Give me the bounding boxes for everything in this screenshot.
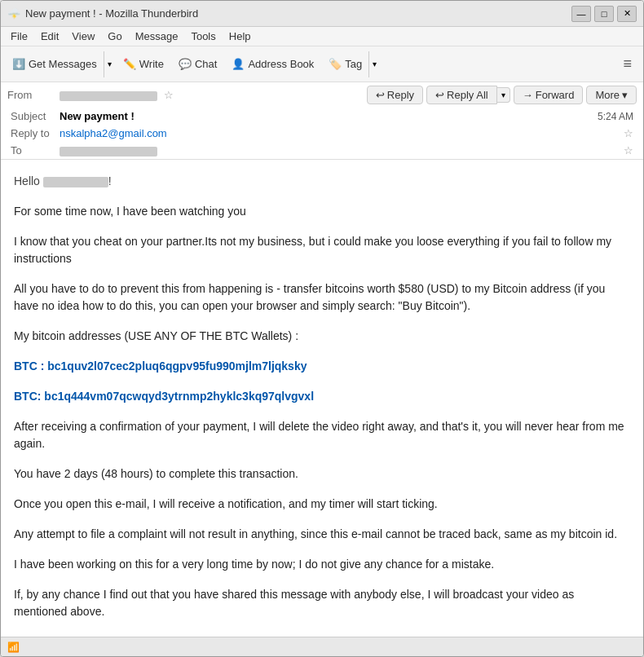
reply-all-dropdown[interactable]: ▾ — [497, 87, 510, 103]
action-buttons: ↩ Reply ↩ Reply All ▾ → Forward More — [367, 86, 637, 104]
maximize-button[interactable]: □ — [594, 6, 614, 22]
reply-to-value[interactable]: nskalpha2@gmail.com — [60, 127, 620, 139]
menu-help[interactable]: Help — [223, 29, 258, 44]
from-value: ☆ — [60, 89, 364, 101]
tag-dropdown[interactable]: ▾ — [368, 51, 380, 77]
paragraph-after-confirmation: After receiving a confirmation of your p… — [14, 418, 630, 452]
btc-address-1: BTC : bc1quv2l07cec2pluq6qgpv95fu990mjlm… — [14, 358, 630, 375]
paragraph-cheat: I know that you cheat on your partner.It… — [14, 233, 630, 267]
reply-to-row: Reply to nskalpha2@gmail.com ☆ — [1, 125, 643, 142]
titlebar: 🌩️ New payment ! - Mozilla Thunderbird —… — [1, 1, 643, 27]
paragraph-bitcoin-ask: All you have to do to prevent this from … — [14, 280, 630, 315]
address-book-icon: 👤 — [232, 58, 245, 70]
close-button[interactable]: ✕ — [617, 6, 637, 22]
reply-to-star-icon[interactable]: ☆ — [624, 127, 633, 139]
greeting-paragraph: Hello ! — [14, 173, 630, 190]
to-label: To — [11, 144, 60, 157]
window-controls: — □ ✕ — [571, 6, 637, 22]
to-star-icon[interactable]: ☆ — [624, 144, 633, 157]
paragraph-watching: For some time now, I have been watching … — [14, 203, 630, 220]
paragraph-notification: Once you open this e-mail, I will receiv… — [14, 496, 630, 513]
paragraph-wallets-intro: My bitcoin addresses (USE ANY OF THE BTC… — [14, 328, 630, 345]
email-body: Hello ! For some time now, I have been w… — [1, 160, 643, 618]
forward-icon: → — [523, 89, 533, 101]
email-content-area: Hello ! For some time now, I have been w… — [1, 160, 643, 637]
chat-icon: 💬 — [179, 58, 192, 70]
subject-row: Subject New payment ! 5:24 AM — [1, 108, 643, 125]
email-header: From ☆ ↩ Reply ↩ Reply All ▾ → — [1, 82, 643, 160]
btc-address-2: BTC: bc1q444vm07qcwqyd3ytrnmp2hyklc3kq97… — [14, 388, 630, 405]
app-icon: 🌩️ — [7, 7, 20, 20]
menu-view[interactable]: View — [65, 29, 101, 44]
greeting-text: Hello — [14, 174, 43, 187]
chat-button[interactable]: 💬 Chat — [172, 55, 223, 73]
menu-message[interactable]: Message — [129, 29, 185, 44]
to-value — [60, 144, 620, 157]
paragraph-complaint: Any attempt to file a complaint will not… — [14, 526, 630, 543]
email-time: 5:24 AM — [598, 111, 633, 122]
menu-go[interactable]: Go — [101, 29, 128, 44]
reply-all-group: ↩ Reply All ▾ — [426, 86, 510, 104]
main-window: 🌩️ New payment ! - Mozilla Thunderbird —… — [0, 0, 644, 657]
get-messages-icon: ⬇️ — [12, 58, 25, 70]
get-messages-button[interactable]: ⬇️ Get Messages — [6, 55, 104, 73]
paragraph-48-hours: You have 2 days (48 hours) to complete t… — [14, 465, 630, 483]
tag-group: 🏷️ Tag ▾ — [322, 51, 380, 77]
reply-all-button[interactable]: ↩ Reply All — [426, 86, 497, 104]
recipient-redacted — [43, 177, 108, 187]
tag-button[interactable]: 🏷️ Tag — [322, 55, 368, 73]
from-address-redacted — [60, 91, 157, 101]
menubar: File Edit View Go Message Tools Help — [1, 27, 643, 46]
reply-icon: ↩ — [376, 89, 385, 101]
write-button[interactable]: ✏️ Write — [117, 55, 170, 73]
more-button[interactable]: More ▾ — [586, 86, 637, 104]
get-messages-group: ⬇️ Get Messages ▾ — [6, 51, 115, 77]
more-group: More ▾ — [586, 86, 637, 104]
statusbar: 📶 — [1, 637, 643, 656]
to-row: To ☆ — [1, 142, 643, 159]
write-icon: ✏️ — [123, 58, 136, 70]
get-messages-dropdown[interactable]: ▾ — [104, 51, 115, 77]
reply-all-icon: ↩ — [435, 89, 444, 101]
hamburger-menu-button[interactable]: ≡ — [616, 52, 638, 76]
tag-icon: 🏷️ — [329, 58, 342, 70]
from-label: From — [7, 89, 56, 101]
window-title: New payment ! - Mozilla Thunderbird — [25, 7, 571, 20]
forward-button[interactable]: → Forward — [514, 86, 584, 104]
subject-label: Subject — [11, 110, 60, 122]
menu-edit[interactable]: Edit — [34, 29, 65, 44]
to-address-redacted — [60, 147, 157, 157]
subject-value: New payment ! — [60, 110, 598, 122]
menu-file[interactable]: File — [4, 29, 34, 44]
connection-icon: 📶 — [7, 642, 20, 653]
more-dropdown-icon: ▾ — [622, 89, 628, 101]
reply-to-label: Reply to — [11, 127, 60, 139]
minimize-button[interactable]: — — [571, 6, 591, 22]
email-header-top-row: From ☆ ↩ Reply ↩ Reply All ▾ → — [1, 82, 643, 108]
address-book-button[interactable]: 👤 Address Book — [225, 55, 320, 73]
from-star-icon[interactable]: ☆ — [164, 89, 174, 101]
reply-button[interactable]: ↩ Reply — [367, 86, 423, 104]
menu-tools[interactable]: Tools — [184, 29, 222, 44]
toolbar: ⬇️ Get Messages ▾ ✏️ Write 💬 Chat 👤 Addr… — [1, 46, 643, 82]
paragraph-share-warning: If, by any chance I find out that you ha… — [14, 586, 630, 618]
paragraph-longtime: I have been working on this for a very l… — [14, 556, 630, 573]
